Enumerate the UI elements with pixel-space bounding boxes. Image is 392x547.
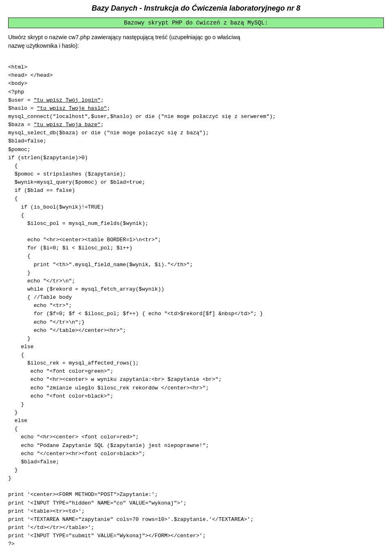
code-else1: else: [8, 344, 33, 350]
code-if-strlen: if (strlen($zapytanie)>0): [8, 155, 88, 161]
code-html-open: <html>: [8, 64, 27, 70]
code-blad: $blad=false;: [8, 138, 47, 144]
intro-line2: nazwę użytkownika i hasło):: [8, 42, 79, 49]
code-blank2: [8, 483, 11, 489]
code-brace9: }: [8, 409, 18, 416]
page-title: Bazy Danych - Instrukcja do Ćwiczenia la…: [8, 4, 384, 13]
code-user-var: $user = "tu_wpisz_Twój_login";: [8, 97, 104, 103]
code-brace3: {: [8, 212, 24, 218]
code-brace7: {: [8, 352, 24, 358]
code-brace11: }: [8, 467, 18, 473]
code-if-bool: if (is_bool($wynik)!=TRUE): [8, 204, 104, 210]
code-ilosc-pol: $ilosc_pol = mysql_num_fields($wynik);: [8, 220, 148, 227]
code-print-textarea: print '<TEXTAREA NAME="zapytanie" cols=7…: [8, 516, 254, 523]
code-print-table: print '<table><tr><td>';: [8, 508, 85, 514]
code-brace4: {: [8, 253, 31, 259]
code-brace10: {: [8, 426, 18, 432]
code-else2: else: [8, 418, 27, 424]
code-print-th: print "<th>".mysql_field_name($wynik, $i…: [8, 262, 193, 268]
code-echo-center: echo "<hr><center> w wyniku zapytania:<b…: [8, 376, 222, 382]
code-echo-red: echo "<hr><center> <font color=red>";: [8, 434, 139, 440]
intro-text: Utwórz skrypt o nazwie cw7.php zawierają…: [8, 33, 384, 50]
code-print-form: print '<center><FORM METHOD="POST">Zapyt…: [8, 491, 158, 498]
code-while: while ($rekord = mysql_fetch_array($wyni…: [8, 286, 164, 292]
code-php-close: ?>: [8, 541, 15, 547]
code-echo-green: echo "<font color=green>";: [8, 368, 113, 374]
code-brace1: {: [8, 163, 18, 169]
code-mysql-select: mysql_select_db($baza) or die ("nie moge…: [8, 130, 209, 136]
code-echo-zmianie: echo "zmianie uległo $ilosc_rek rekordów…: [8, 385, 209, 391]
code-for-i: for ($i=0; $i < $ilosc_pol; $i++): [8, 245, 132, 251]
code-while-brace: { //Table body: [8, 294, 72, 300]
code-blad-false: $blad=false;: [8, 459, 59, 465]
code-brace8: }: [8, 401, 24, 407]
code-if-blad: if ($blad == false): [8, 187, 75, 193]
code-haslo-var: $haslo = "tu_wpisz_Twoje_haslo";: [8, 105, 110, 111]
code-echo-tr: echo "</tr>\n";: [8, 278, 75, 284]
code-brace5: }: [8, 270, 31, 276]
code-head: <head> </head>: [8, 72, 53, 78]
code-echo-niepoprawne: echo "Podane Zapytanie SQL ($zapytanie) …: [8, 442, 209, 449]
code-brace6: }: [8, 336, 31, 342]
page-container: Bazy Danych - Instrukcja do Ćwiczenia la…: [0, 0, 392, 547]
code-mysql-connect: mysql_connect("localhost",$user,$haslo) …: [8, 113, 276, 120]
code-pomoc: $pomoc;: [8, 147, 31, 153]
code-echo-center-end: echo "</center><hr><font color=black>";: [8, 451, 145, 457]
code-echo-table-end: echo "</table></center><hr>";: [8, 327, 126, 334]
intro-line1: Utwórz skrypt o nazwie cw7.php zawierają…: [8, 34, 240, 40]
code-blank1: [8, 229, 11, 235]
code-print-input-hidden: print '<INPUT TYPE="hidden" NAME="co" VA…: [8, 500, 187, 506]
code-for-f: for ($f=0; $f < $ilosc_pol; $f++) { echo…: [8, 311, 263, 317]
code-ilosc-rek: $ilosc_rek = mysql_affected_rows();: [8, 360, 139, 366]
code-php-open: <?php: [8, 89, 24, 95]
code-mysql-query: $wynik=mysql_query($pomoc) or $blad=true…: [8, 179, 145, 185]
code-echo-black: echo "<font color=black>";: [8, 393, 113, 399]
code-brace2: {: [8, 196, 18, 202]
code-echo-tr2: echo "<tr>";: [8, 302, 72, 309]
code-echo-table: echo "<hr><center><table BORDER=1>\n<tr>…: [8, 237, 161, 243]
section-header: Bazowy skrypt PHP do ćwiczeń z bazą MySQ…: [8, 18, 384, 28]
code-stripslashes: $pomoc = stripslashes ($zapytanie);: [8, 171, 126, 177]
code-baza-var: $baza = "tu_wpisz_Twoja_baze";: [8, 122, 104, 128]
code-body-open: <body>: [8, 80, 27, 87]
code-block: <html> <head> </head> <body> <?php $user…: [8, 53, 384, 547]
code-echo-tr3: echo "</tr>\n";}: [8, 319, 85, 325]
code-print-submit: print '<INPUT TYPE="submit" VALUE="Wykon…: [8, 533, 206, 539]
code-print-td-end: print '</td></tr></table>';: [8, 525, 94, 531]
code-brace12: }: [8, 475, 11, 481]
